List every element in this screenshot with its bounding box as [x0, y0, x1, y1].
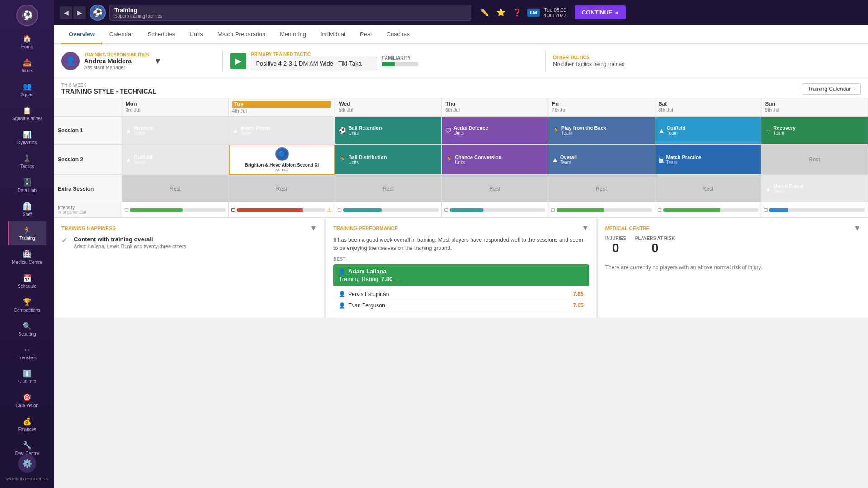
tab-schedules[interactable]: Schedules: [141, 25, 183, 44]
responsibilities-dropdown[interactable]: ▼: [154, 56, 162, 66]
s2-fri-header: ▲ Overall Team: [552, 155, 651, 165]
medical-title[interactable]: MEDICAL CENTRE: [605, 225, 650, 231]
performance-toggle[interactable]: ▼: [582, 224, 589, 232]
sidebar-item-data-hub[interactable]: 🗄️Data Hub: [8, 174, 46, 197]
sidebar-item-squad-planner[interactable]: 📋Squad Planner: [8, 102, 46, 126]
s1-tue[interactable]: ▲ Match Focus Team: [229, 117, 335, 144]
grid-header-sun: Sun 9th Jul: [761, 98, 868, 117]
happiness-toggle[interactable]: ▼: [310, 224, 317, 232]
s2-fri[interactable]: ▲ Overall Team: [548, 145, 655, 175]
s2-sun[interactable]: Rest: [761, 145, 868, 175]
dynamics-label: Dynamics: [17, 140, 37, 145]
extra-mon-card: Rest: [122, 175, 228, 202]
nav-forward-button[interactable]: ▶: [73, 6, 86, 19]
extra-tue[interactable]: Rest: [229, 175, 335, 202]
extra-fri[interactable]: Rest: [548, 175, 655, 202]
tab-units[interactable]: Units: [182, 25, 210, 44]
intensity-wed-indicator: [338, 208, 341, 212]
medical-toggle[interactable]: ▼: [854, 224, 861, 232]
happiness-icon: ✓: [61, 236, 67, 244]
training-calendar-button[interactable]: Training Calendar ›: [802, 83, 861, 95]
extra-sun[interactable]: ▲ Match Focus Team: [761, 175, 868, 202]
s1-sat[interactable]: ▲ Outfield Team: [655, 117, 762, 144]
s2-mon[interactable]: ▲ Outfield Team: [122, 145, 229, 175]
sidebar-item-training[interactable]: 🏃Training: [8, 221, 46, 245]
sidebar-item-medical[interactable]: 🏥Medical Centre: [8, 245, 46, 269]
sidebar-item-tactics[interactable]: ♟️Tactics: [8, 150, 46, 174]
extra-title: Extra Session: [58, 186, 118, 192]
extra-sat-card: Rest: [655, 175, 761, 202]
finances-icon: 💰: [23, 417, 32, 426]
sidebar-item-club-vision[interactable]: 🎯Club Vision: [8, 389, 46, 413]
edit-icon[interactable]: ✏️: [478, 6, 491, 19]
sidebar-item-inbox[interactable]: 📥Inbox: [8, 54, 46, 78]
scouting-icon: 🔍: [23, 322, 32, 330]
sidebar-item-transfers[interactable]: ↔️Transfers: [8, 341, 46, 365]
performance-title[interactable]: TRAINING PERFORMANCE: [333, 225, 397, 231]
s2-fri-info: Overall Team: [560, 155, 577, 165]
tab-mentoring[interactable]: Mentoring: [273, 25, 313, 44]
s2-sat[interactable]: ▣ Match Practice Team: [655, 145, 762, 175]
s1-sun[interactable]: ↔ Recovery Team: [761, 117, 868, 144]
extra-mon[interactable]: Rest: [122, 175, 229, 202]
tab-calendar[interactable]: Calendar: [102, 25, 141, 44]
sidebar-item-finances[interactable]: 💰Finances: [8, 413, 46, 436]
sidebar-item-dynamics[interactable]: 📊Dynamics: [8, 126, 46, 150]
tab-individual[interactable]: Individual: [313, 25, 353, 44]
s1-thu-card: 🛡 Aerial Defence Units: [442, 117, 548, 144]
happiness-title[interactable]: TRAINING HAPPINESS: [61, 225, 116, 231]
tactic-icon: ▶: [230, 53, 246, 69]
training-label: Training: [19, 236, 35, 241]
s1-wed[interactable]: ⚽ Ball Retention Units: [335, 117, 442, 144]
tactic-info: PRIMARY TRAINED TACTIC Positive 4-2-3-1 …: [251, 52, 377, 70]
other-tactics-label[interactable]: OTHER TACTICS: [553, 55, 861, 60]
intensity-wed-bar: [343, 208, 439, 212]
happiness-text-container: Content with training overall Adam Lalla…: [74, 236, 186, 249]
tab-overview[interactable]: Overview: [61, 25, 102, 44]
sidebar-item-squad[interactable]: 👥Squad: [8, 78, 46, 102]
extra-thu[interactable]: Rest: [442, 175, 548, 202]
s2-wed[interactable]: 🏃 Ball Distribution Units: [335, 145, 442, 175]
tab-rest[interactable]: Rest: [353, 25, 379, 44]
s2-tue[interactable]: 🔵 Brighton & Hove Albion Second XI Neutr…: [229, 145, 335, 175]
medical-header: MEDICAL CENTRE ▼: [605, 224, 861, 232]
sidebar-item-staff[interactable]: 👔Staff: [8, 197, 46, 221]
s1-wed-type: Ball Retention: [348, 125, 382, 131]
continue-button[interactable]: CONTINUE »: [575, 5, 626, 19]
extra-wed[interactable]: Rest: [335, 175, 442, 202]
s2-thu[interactable]: 🏃 Chance Conversion Units: [442, 145, 548, 175]
s1-sun-card: ↔ Recovery Team: [761, 117, 868, 144]
calendar-arrow-icon: ›: [853, 86, 855, 92]
nav-back-button[interactable]: ◀: [60, 6, 72, 19]
s1-fri-header: 🏃 Play from the Back Team: [552, 125, 651, 136]
extra-wed-card: Rest: [335, 175, 441, 202]
s1-fri[interactable]: 🏃 Play from the Back Team: [548, 117, 655, 144]
intensity-sun-bar: [769, 208, 865, 212]
sidebar-item-competitions[interactable]: 🏆Competitions: [8, 293, 46, 317]
best-player-card[interactable]: 👤 Adam Lallana Training Rating 7.80 —: [333, 264, 589, 286]
tactic-section: ▶ PRIMARY TRAINED TACTIC Positive 4-2-3-…: [230, 52, 538, 70]
sidebar-item-scouting[interactable]: 🔍Scouting: [8, 317, 46, 341]
help-icon[interactable]: ❓: [511, 6, 524, 19]
match-status: Neutral: [275, 168, 288, 172]
day-name-fri: Fri: [552, 101, 651, 107]
tab-coaches[interactable]: Coaches: [379, 25, 417, 44]
training-icon: 🏃: [23, 226, 32, 235]
sidebar-item-home[interactable]: 🏠Home: [8, 30, 46, 54]
sidebar-item-club-info[interactable]: ℹ️Club Info: [8, 365, 46, 389]
s2-thu-info: Chance Conversion Units: [455, 155, 501, 165]
star-icon[interactable]: ⭐: [495, 6, 507, 19]
tab-match-prep[interactable]: Match Preparation: [210, 25, 273, 44]
other-player-1[interactable]: 👤 Pervis Estupiñán 7.65: [333, 289, 589, 300]
search-bar[interactable]: Training Superb training facilities: [109, 5, 471, 21]
tactic-select[interactable]: Positive 4-2-3-1 DM AM Wide - Tiki-Taka: [251, 57, 377, 70]
s1-mon[interactable]: ▲ Physical Team: [122, 117, 229, 144]
primary-tactic-label[interactable]: PRIMARY TRAINED TACTIC: [251, 52, 377, 57]
s1-thu[interactable]: 🛡 Aerial Defence Units: [442, 117, 548, 144]
happiness-content: ✓ Content with training overall Adam Lal…: [61, 236, 317, 249]
extra-sat[interactable]: Rest: [655, 175, 762, 202]
sidebar-item-schedule[interactable]: 📅Schedule: [8, 269, 46, 293]
other-player-2[interactable]: 👤 Evan Ferguson 7.65: [333, 300, 589, 311]
s2-tue-match-card: 🔵 Brighton & Hove Albion Second XI Neutr…: [230, 145, 335, 174]
intensity-title: Intensity: [58, 205, 118, 210]
